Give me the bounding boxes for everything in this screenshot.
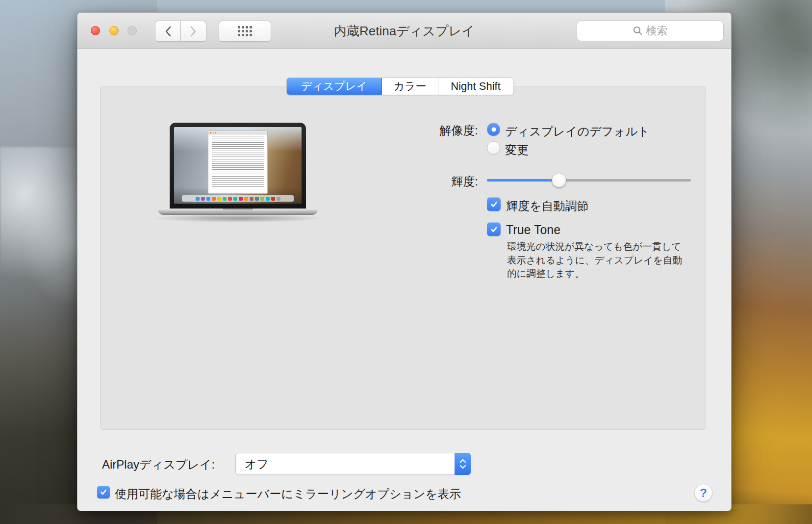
search-field[interactable]: 検索 <box>577 20 724 41</box>
chevron-right-icon <box>190 26 197 37</box>
macbook-screen <box>174 127 302 204</box>
show-mirroring-checkbox[interactable] <box>97 486 110 498</box>
checkmark-icon <box>490 200 498 209</box>
macbook-shadow <box>152 214 324 223</box>
chevron-left-icon <box>164 26 172 37</box>
close-button[interactable] <box>91 26 100 35</box>
slider-knob[interactable] <box>552 173 566 187</box>
airplay-selected-value: オフ <box>236 456 455 472</box>
chevron-down-icon <box>459 465 466 469</box>
brightness-slider[interactable] <box>487 173 691 187</box>
grid-icon <box>238 26 252 36</box>
checkmark-icon <box>490 225 498 234</box>
search-icon <box>633 26 642 35</box>
show-mirroring-label[interactable]: 使用可能な場合はメニューバーにミラーリングオプションを表示 <box>115 486 461 502</box>
document-titlebar <box>208 131 267 134</box>
chevron-up-icon <box>459 459 466 463</box>
show-all-button[interactable] <box>219 21 271 42</box>
true-tone-checkbox[interactable] <box>487 222 501 236</box>
dock-app-icon <box>196 197 200 201</box>
search-placeholder: 検索 <box>646 24 668 38</box>
dock-app-icon <box>212 197 216 201</box>
forward-button[interactable] <box>181 21 206 42</box>
macbook-preview-image: MacBook Pro <box>158 123 318 221</box>
tab-bar: ディスプレイ カラー Night Shift <box>286 78 513 95</box>
radio-display-default-label[interactable]: ディスプレイのデフォルト <box>505 124 650 139</box>
tab-display[interactable]: ディスプレイ <box>287 78 382 95</box>
zoom-button-disabled <box>127 26 137 35</box>
help-button[interactable]: ? <box>694 484 712 502</box>
dock-app-icon <box>233 197 237 201</box>
dock-app-icon <box>217 197 221 201</box>
macbook-base <box>158 209 318 215</box>
checkmark-icon <box>100 488 107 496</box>
select-stepper <box>455 453 471 475</box>
macbook-hinge-notch <box>223 209 253 211</box>
macbook-dock <box>182 195 294 202</box>
slider-fill <box>487 179 559 182</box>
macbook-bezel <box>170 123 306 209</box>
auto-brightness-label[interactable]: 輝度を自動調節 <box>506 198 589 214</box>
dock-app-icon <box>244 197 248 201</box>
dock-app-icon <box>250 197 254 201</box>
tab-color[interactable]: カラー <box>382 78 438 95</box>
radio-scaled-label[interactable]: 変更 <box>505 142 529 158</box>
dock-app-icon <box>266 197 270 201</box>
true-tone-label[interactable]: True Tone <box>506 223 560 237</box>
dock-app-icon <box>206 197 210 201</box>
dock-app-icon <box>260 197 264 201</box>
dock-app-icon <box>239 197 243 201</box>
dock-app-icon <box>223 197 227 201</box>
minimize-button[interactable] <box>109 26 119 35</box>
dock-app-icon <box>228 197 232 201</box>
resolution-label: 解像度: <box>380 123 478 138</box>
auto-brightness-checkbox[interactable] <box>487 197 501 211</box>
tab-night-shift[interactable]: Night Shift <box>438 78 513 95</box>
dock-app-icon <box>271 197 275 201</box>
navigation-buttons <box>155 21 206 42</box>
airplay-display-select[interactable]: オフ <box>235 453 471 475</box>
radio-display-default[interactable] <box>487 123 500 136</box>
back-button[interactable] <box>155 21 181 42</box>
macbook-document-window <box>208 131 268 194</box>
dock-app-icon <box>277 197 280 201</box>
airplay-display-label: AirPlayディスプレイ: <box>102 457 215 472</box>
brightness-label: 輝度: <box>380 174 478 189</box>
title-bar: 内蔵Retinaディスプレイ 検索 <box>77 13 731 49</box>
radio-scaled[interactable] <box>487 141 500 155</box>
dock-app-icon <box>255 197 259 201</box>
dock-app-icon <box>201 197 205 201</box>
true-tone-description: 環境光の状況が異なっても色が一貫して表示されるように、ディスプレイを自動的に調整… <box>507 240 687 281</box>
system-preferences-window: 内蔵Retinaディスプレイ 検索 ディスプレイ カラー Night Shift <box>77 12 732 511</box>
